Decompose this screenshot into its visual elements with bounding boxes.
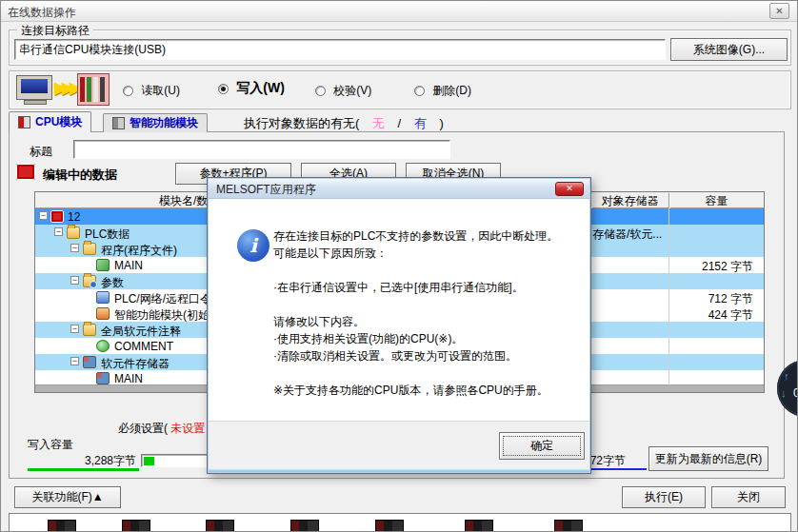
intelligent-module-param-icon bbox=[96, 307, 110, 320]
radio-verify-label: 校验(V) bbox=[333, 84, 371, 97]
write-capacity-value: 3,288字节 bbox=[85, 453, 136, 469]
plc-device-icon[interactable] bbox=[206, 520, 234, 532]
connection-path-input[interactable] bbox=[14, 39, 666, 60]
collapse-icon[interactable]: − bbox=[70, 276, 79, 285]
title-input[interactable] bbox=[73, 140, 450, 159]
refresh-button[interactable]: 更新为最新的信息(R) bbox=[648, 446, 768, 471]
plc-parameter-icon bbox=[96, 291, 110, 304]
modal-title: MELSOFT应用程序 bbox=[216, 182, 316, 198]
radio-read[interactable]: 读取(U) bbox=[123, 83, 180, 99]
modal-body: i 存在连接目标的PLC不支持的参数设置，因此中断处理。 可能是以下原因所致： … bbox=[209, 199, 589, 423]
column-divider bbox=[668, 208, 669, 385]
cpu-module-icon bbox=[18, 116, 30, 128]
project-icon bbox=[50, 210, 64, 223]
online-data-operation-dialog: 在线数据操作 ✕ 连接目标路径 系统图像(G)... ▶▶▶ 读取(U) 写入(… bbox=[0, 0, 798, 532]
close-icon: ✕ bbox=[775, 6, 783, 16]
transfer-arrows-icon: ▶▶▶ bbox=[54, 77, 77, 98]
ok-button[interactable]: 确定 bbox=[499, 432, 585, 460]
collapse-icon[interactable]: − bbox=[70, 325, 79, 333]
plc-device-icon[interactable] bbox=[290, 520, 319, 532]
column-header-capacity[interactable]: 容量 bbox=[668, 193, 764, 209]
editing-data-icon bbox=[16, 164, 35, 180]
radio-write-dot bbox=[218, 84, 229, 94]
exec-none-value: 无 bbox=[372, 116, 385, 130]
radio-write[interactable]: 写入(W) bbox=[218, 80, 285, 97]
not-set-value: 未设置 bbox=[170, 422, 205, 435]
editing-data-label: 编辑中的数据 bbox=[43, 167, 117, 184]
radio-read-dot bbox=[123, 86, 133, 96]
related-functions-button[interactable]: 关联功能(F)▲ bbox=[14, 486, 121, 508]
radio-read-label: 读取(U) bbox=[141, 84, 180, 97]
column-header-target-memory[interactable]: 对象存储器 bbox=[590, 193, 668, 209]
computer-stand-icon bbox=[24, 100, 47, 105]
tab-intelligent-module-label: 智能功能模块 bbox=[130, 115, 198, 131]
related-functions-dock bbox=[9, 513, 791, 532]
close-button[interactable]: 关闭 bbox=[711, 486, 786, 508]
device-memory-folder-icon bbox=[83, 356, 96, 368]
window-title: 在线数据操作 bbox=[8, 5, 76, 21]
upload-arrow-icon: ↑ bbox=[784, 370, 789, 382]
info-icon: i bbox=[237, 229, 269, 262]
required-setting-text: 必须设置( 未设置 bbox=[118, 421, 205, 437]
window-close-button[interactable]: ✕ bbox=[769, 3, 789, 19]
radio-write-label: 写入(W) bbox=[236, 80, 285, 95]
modal-message: 存在连接目标的PLC不支持的参数设置，因此中断处理。 可能是以下原因所致： ·在… bbox=[273, 227, 584, 399]
radio-verify[interactable]: 校验(V) bbox=[315, 83, 371, 99]
computer-icon bbox=[16, 75, 52, 100]
download-arrow-icon: ↓ bbox=[781, 387, 787, 399]
parameter-folder-icon bbox=[83, 275, 96, 287]
close-icon: ✕ bbox=[566, 184, 573, 193]
tab-intelligent-module[interactable]: 智能功能模块 bbox=[103, 113, 208, 132]
intelligent-module-icon bbox=[112, 117, 125, 129]
comment-icon bbox=[96, 340, 110, 352]
exec-have-value: 有 bbox=[414, 116, 427, 130]
modal-close-button[interactable]: ✕ bbox=[555, 182, 584, 196]
comment-folder-icon bbox=[83, 324, 96, 336]
execute-button[interactable]: 执行(E) bbox=[622, 486, 706, 508]
write-capacity-bar bbox=[141, 454, 209, 467]
plc-device-icon[interactable] bbox=[465, 520, 493, 532]
radio-verify-dot bbox=[315, 86, 326, 96]
exec-target-text: 执行对象数据的有无( 无 / 有 ) bbox=[244, 115, 444, 132]
system-image-button[interactable]: 系统图像(G)... bbox=[670, 38, 788, 61]
write-capacity-label: 写入容量 bbox=[28, 437, 73, 453]
program-folder-icon bbox=[83, 243, 96, 255]
collapse-icon[interactable]: − bbox=[70, 244, 79, 252]
radio-delete-label: 删除(D) bbox=[432, 84, 471, 97]
radio-delete-dot bbox=[414, 86, 425, 96]
download-count: 0 bbox=[793, 386, 798, 400]
write-capacity-underline bbox=[28, 468, 139, 471]
collapse-icon[interactable]: − bbox=[39, 211, 48, 220]
tab-cpu-module-label: CPU模块 bbox=[35, 114, 82, 130]
plc-device-icon[interactable] bbox=[48, 520, 76, 532]
plc-device-icon[interactable] bbox=[375, 520, 404, 532]
melsoft-message-dialog: MELSOFT应用程序 ✕ i 存在连接目标的PLC不支持的参数设置，因此中断处… bbox=[207, 177, 591, 474]
modal-bottom-glow bbox=[209, 469, 589, 472]
connection-path-label: 连接目标路径 bbox=[17, 23, 93, 39]
folder-icon bbox=[67, 227, 80, 239]
collapse-icon[interactable]: − bbox=[70, 357, 79, 365]
device-memory-icon bbox=[96, 372, 110, 384]
collapse-icon[interactable]: − bbox=[54, 227, 63, 236]
modal-title-bar: MELSOFT应用程序 ✕ bbox=[209, 179, 589, 199]
program-icon bbox=[96, 259, 110, 271]
tab-cpu-module[interactable]: CPU模块 bbox=[9, 111, 91, 132]
radio-delete[interactable]: 删除(D) bbox=[414, 83, 471, 99]
plc-device-icon[interactable] bbox=[122, 520, 150, 532]
window-title-bar: 在线数据操作 ✕ bbox=[1, 1, 797, 22]
write-capacity-bar-segment bbox=[144, 457, 154, 465]
plc-device-icon[interactable] bbox=[554, 520, 583, 532]
plc-rack-icon bbox=[77, 73, 110, 106]
title-label: 标题 bbox=[30, 144, 52, 160]
